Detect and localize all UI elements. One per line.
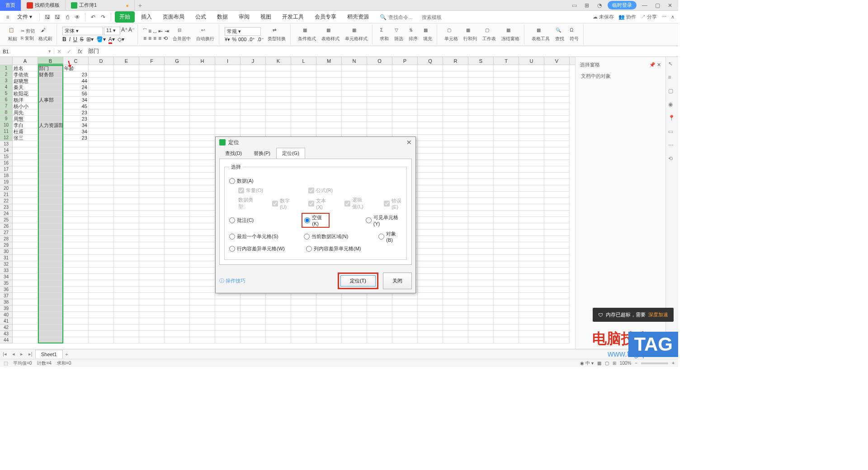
- cell[interactable]: [266, 97, 291, 103]
- cell[interactable]: [544, 255, 570, 261]
- cell[interactable]: [266, 122, 291, 128]
- cell[interactable]: [392, 318, 418, 324]
- cell[interactable]: [139, 204, 165, 211]
- cell[interactable]: [38, 116, 63, 122]
- cell[interactable]: [418, 198, 443, 204]
- cell[interactable]: [165, 103, 190, 109]
- cell[interactable]: [418, 135, 443, 141]
- cell[interactable]: [63, 154, 89, 160]
- cell[interactable]: [165, 97, 190, 103]
- cell[interactable]: [114, 242, 139, 249]
- cell[interactable]: [494, 173, 519, 179]
- cell[interactable]: [89, 141, 114, 147]
- cell[interactable]: [139, 179, 165, 185]
- cell[interactable]: [38, 211, 63, 217]
- cell[interactable]: 年龄: [63, 65, 89, 71]
- row-header[interactable]: 1: [0, 65, 13, 71]
- cell[interactable]: [418, 109, 443, 116]
- cell[interactable]: [291, 78, 316, 84]
- cell[interactable]: [38, 173, 63, 179]
- cell[interactable]: [190, 324, 215, 331]
- cell[interactable]: [494, 312, 519, 318]
- cell[interactable]: [89, 274, 114, 280]
- cell[interactable]: [291, 324, 316, 331]
- cell[interactable]: [418, 324, 443, 331]
- font-select[interactable]: 宋体 ▾: [62, 27, 103, 35]
- sheet-prev[interactable]: ◂: [9, 351, 18, 357]
- cell[interactable]: [494, 97, 519, 103]
- cell[interactable]: [215, 128, 241, 135]
- cell[interactable]: [241, 78, 266, 84]
- cell[interactable]: [190, 141, 215, 147]
- cell[interactable]: [291, 71, 316, 78]
- cell[interactable]: [519, 324, 544, 331]
- cell[interactable]: [38, 147, 63, 154]
- cell[interactable]: [190, 274, 215, 280]
- dialog-close-icon[interactable]: ✕: [406, 139, 412, 146]
- cell[interactable]: [494, 65, 519, 71]
- cell[interactable]: [342, 312, 367, 318]
- cell[interactable]: [468, 109, 494, 116]
- cell[interactable]: [342, 90, 367, 97]
- cell[interactable]: [38, 324, 63, 331]
- row-header[interactable]: 40: [0, 312, 13, 318]
- cell[interactable]: [367, 109, 392, 116]
- cell[interactable]: [418, 242, 443, 249]
- cell[interactable]: [342, 299, 367, 306]
- cell[interactable]: [139, 255, 165, 261]
- cell[interactable]: [494, 287, 519, 293]
- cell[interactable]: [519, 192, 544, 198]
- cell[interactable]: [544, 173, 570, 179]
- cell[interactable]: [367, 318, 392, 324]
- row-header[interactable]: 7: [0, 103, 13, 109]
- cell[interactable]: [367, 128, 392, 135]
- cell[interactable]: [241, 306, 266, 312]
- cell[interactable]: [63, 312, 89, 318]
- cell[interactable]: [266, 312, 291, 318]
- cell[interactable]: [190, 97, 215, 103]
- cell[interactable]: [443, 306, 468, 312]
- wrap-button[interactable]: ↩自动换行: [194, 27, 216, 43]
- cell[interactable]: [519, 198, 544, 204]
- cell[interactable]: [89, 192, 114, 198]
- cell[interactable]: [190, 179, 215, 185]
- cell[interactable]: [38, 154, 63, 160]
- cell[interactable]: [494, 160, 519, 166]
- tab-home[interactable]: 首页: [0, 0, 21, 11]
- cell[interactable]: [519, 109, 544, 116]
- cell[interactable]: [544, 141, 570, 147]
- cell[interactable]: [291, 331, 316, 337]
- cell[interactable]: [443, 204, 468, 211]
- cell[interactable]: [114, 230, 139, 236]
- cell[interactable]: [316, 71, 342, 78]
- cell[interactable]: [544, 103, 570, 109]
- cell[interactable]: [519, 236, 544, 242]
- cell[interactable]: [190, 147, 215, 154]
- cell[interactable]: [418, 204, 443, 211]
- cell[interactable]: [165, 255, 190, 261]
- search-template[interactable]: [422, 14, 449, 20]
- opt-rowdiff[interactable]: 行内容差异单元格(W): [229, 245, 288, 252]
- cell[interactable]: [63, 160, 89, 166]
- cell[interactable]: [519, 255, 544, 261]
- cell[interactable]: [316, 116, 342, 122]
- cell[interactable]: [266, 84, 291, 90]
- cell[interactable]: [519, 337, 544, 343]
- cell[interactable]: [114, 211, 139, 217]
- cell[interactable]: [139, 261, 165, 268]
- cell[interactable]: [89, 84, 114, 90]
- cell[interactable]: [544, 185, 570, 192]
- file-menu[interactable]: 文件 ▾: [14, 12, 36, 22]
- cell[interactable]: [494, 204, 519, 211]
- cell[interactable]: [418, 103, 443, 109]
- row-header[interactable]: 23: [0, 204, 13, 211]
- cell[interactable]: [63, 192, 89, 198]
- cell[interactable]: [418, 173, 443, 179]
- cell[interactable]: [38, 84, 63, 90]
- cell[interactable]: 34: [63, 97, 89, 103]
- opt-data[interactable]: 数据(A): [229, 178, 254, 184]
- cell[interactable]: [139, 223, 165, 230]
- cell[interactable]: [392, 109, 418, 116]
- cell[interactable]: [291, 116, 316, 122]
- cell[interactable]: [418, 179, 443, 185]
